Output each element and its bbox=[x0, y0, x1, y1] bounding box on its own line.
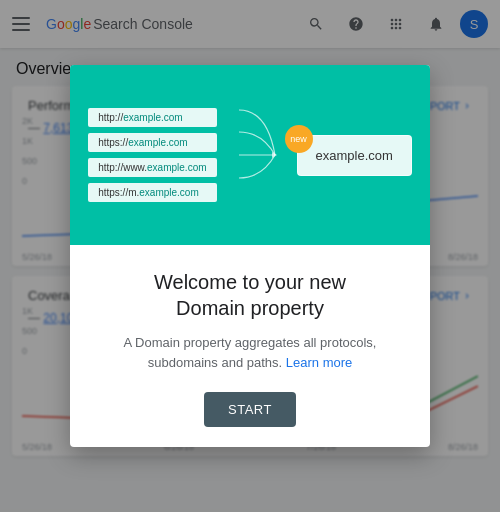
url-list: http://example.com https://example.com h… bbox=[88, 108, 216, 202]
start-button[interactable]: START bbox=[204, 392, 296, 427]
url-https: https://example.com bbox=[88, 133, 216, 152]
domain-box-container: new example.com bbox=[297, 135, 412, 176]
domain-box: example.com bbox=[297, 135, 412, 176]
diagram: http://example.com https://example.com h… bbox=[88, 95, 412, 215]
url-http: http://example.com bbox=[88, 108, 216, 127]
modal-illustration: http://example.com https://example.com h… bbox=[70, 65, 430, 245]
modal-body: Welcome to your newDomain property A Dom… bbox=[70, 245, 430, 447]
modal-overlay: http://example.com https://example.com h… bbox=[0, 0, 500, 512]
url-https-m: https://m.example.com bbox=[88, 183, 216, 202]
modal-description: A Domain property aggregates all protoco… bbox=[102, 333, 398, 372]
url-http-www: http://www.example.com bbox=[88, 158, 216, 177]
learn-more-link[interactable]: Learn more bbox=[286, 355, 352, 370]
modal-title: Welcome to your newDomain property bbox=[102, 269, 398, 321]
arrows-icon bbox=[237, 95, 277, 215]
modal: http://example.com https://example.com h… bbox=[70, 65, 430, 447]
new-badge: new bbox=[285, 125, 313, 153]
